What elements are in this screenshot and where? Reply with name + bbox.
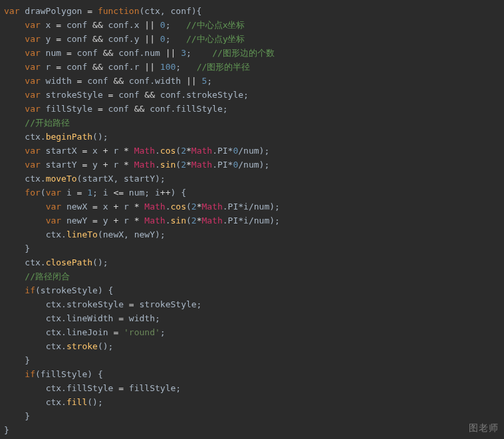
code-token: var: [25, 90, 40, 100]
code-comment: //路径闭合: [25, 271, 70, 281]
code-token: (: [176, 146, 181, 156]
code-token: y: [98, 216, 113, 225]
code-token: function: [98, 6, 140, 16]
code-editor: var drawPolygon = function(ctx, conf){ v…: [0, 0, 504, 437]
code-comment: //开始路径: [25, 118, 70, 128]
code-token: &&: [92, 20, 103, 30]
code-token: [176, 48, 181, 58]
code-token: ctx.: [25, 257, 45, 267]
code-token: Math: [134, 146, 155, 156]
code-token: .: [166, 202, 171, 212]
code-token: 2: [191, 202, 197, 212]
code-token: =: [129, 299, 134, 309]
code-token: y: [87, 160, 102, 170]
code-token: conf.width: [124, 76, 186, 86]
code-token: y: [41, 34, 56, 44]
code-token: newX: [61, 202, 92, 212]
code-token: width;: [124, 313, 160, 323]
code-token: r: [118, 202, 134, 212]
code-token: ();: [98, 341, 113, 351]
code-token: =: [56, 34, 61, 44]
code-token: =: [56, 62, 61, 72]
code-token: conf.fillStyle;: [144, 104, 227, 114]
code-token: var: [25, 104, 40, 114]
code-token: /num);: [238, 160, 269, 170]
code-token: =: [66, 48, 72, 58]
code-token: 2: [181, 146, 186, 156]
code-token: *: [186, 160, 191, 170]
code-token: Math: [191, 160, 212, 170]
code-token: Math: [134, 160, 155, 170]
code-token: &&: [92, 34, 103, 44]
code-token: var: [25, 20, 40, 30]
code-token: drawPolygon: [19, 6, 87, 16]
code-token: 2: [191, 216, 197, 225]
code-token: &&: [103, 48, 114, 58]
code-token: r: [108, 146, 124, 156]
code-token: (fillStyle) {: [35, 369, 103, 379]
code-token: var: [25, 34, 40, 44]
code-token: &&: [144, 90, 155, 100]
code-token: ();: [92, 257, 108, 267]
code-token: strokeStyle: [41, 90, 108, 100]
code-token: ctx.: [46, 397, 66, 407]
code-token: sin: [171, 216, 186, 225]
code-token: =: [118, 383, 124, 393]
code-token: fillStyle;: [124, 383, 181, 393]
code-token: var: [25, 160, 40, 170]
code-token: for: [25, 188, 40, 198]
code-token: .PI*: [212, 146, 233, 156]
code-token: *: [134, 216, 140, 225]
code-token: ctx.: [46, 229, 66, 239]
code-token: conf.num: [113, 48, 165, 58]
code-token: var: [25, 146, 40, 156]
code-comment: //图形的半径: [197, 62, 251, 72]
code-token: Math: [144, 202, 165, 212]
watermark-text: 图老师: [469, 421, 499, 435]
code-token: ctx.lineJoin: [46, 327, 114, 337]
code-token: num; i: [124, 188, 160, 198]
code-token: =: [98, 104, 103, 114]
code-token: &&: [113, 76, 124, 86]
code-token: conf: [61, 62, 92, 72]
code-token: moveTo: [46, 174, 77, 184]
code-token: 0: [160, 34, 166, 44]
code-token: ctx.fillStyle: [46, 383, 119, 393]
code-token: ;: [166, 34, 186, 44]
code-token: }: [25, 355, 30, 365]
code-token: conf: [82, 76, 113, 86]
code-token: ) {: [171, 188, 186, 198]
code-token: Math: [191, 146, 212, 156]
code-token: num: [41, 48, 66, 58]
code-token: var: [25, 76, 40, 86]
code-token: 'round': [124, 327, 160, 337]
code-token: 3: [181, 48, 186, 58]
code-token: x: [98, 202, 113, 212]
code-token: .PI*: [212, 160, 233, 170]
code-token: fill: [66, 397, 87, 407]
code-token: +: [103, 160, 108, 170]
code-token: ||: [144, 34, 155, 44]
code-token: ctx.strokeStyle: [46, 299, 129, 309]
code-token: &&: [92, 62, 103, 72]
code-token: conf.strokeStyle;: [155, 90, 249, 100]
code-token: strokeStyle;: [134, 299, 202, 309]
code-token: width: [41, 76, 77, 86]
code-token: newY: [61, 216, 92, 225]
code-token: (newX, newY);: [98, 229, 166, 239]
code-token: conf.r: [103, 62, 145, 72]
code-token: =: [56, 20, 61, 30]
code-token: (ctx, conf){: [140, 6, 202, 16]
code-token: }: [25, 411, 30, 421]
code-token: ||: [144, 62, 155, 72]
code-token: startY: [41, 160, 82, 170]
code-token: ctx.: [25, 132, 45, 142]
code-token: &&: [134, 104, 145, 114]
code-token: ;: [160, 327, 166, 337]
code-token: ||: [166, 48, 176, 58]
code-token: ||: [186, 76, 197, 86]
code-token: x: [87, 146, 102, 156]
code-token: .: [155, 146, 160, 156]
code-token: conf.x: [103, 20, 145, 30]
code-token: (: [41, 188, 46, 198]
